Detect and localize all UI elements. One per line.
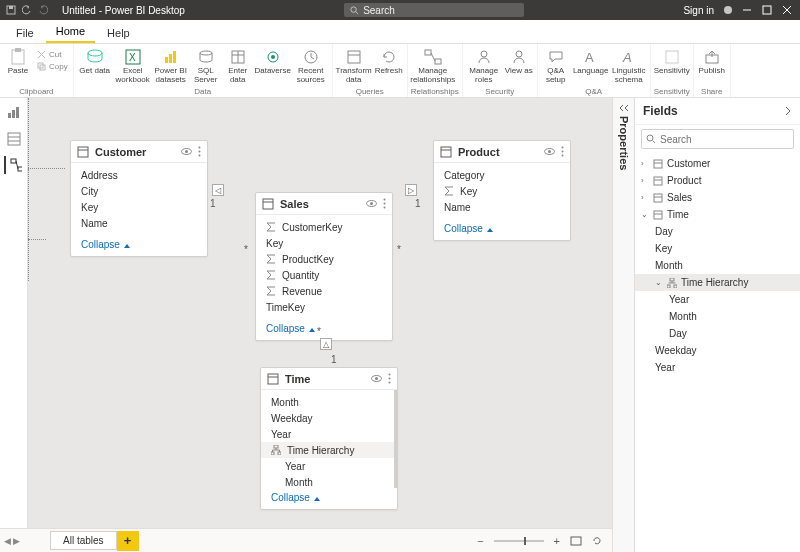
- zoom-slider[interactable]: [494, 540, 544, 542]
- visibility-icon[interactable]: [181, 146, 192, 157]
- tab-next[interactable]: ▶: [13, 536, 20, 546]
- field-th-month[interactable]: Month: [261, 474, 394, 488]
- relationship-endpoint[interactable]: △: [320, 338, 332, 350]
- fields-time-hierarchy[interactable]: ⌄Time Hierarchy: [635, 274, 800, 291]
- paste-button[interactable]: Paste: [3, 46, 33, 83]
- data-view-icon[interactable]: [5, 130, 23, 148]
- fields-time-key[interactable]: Key: [635, 240, 800, 257]
- model-canvas[interactable]: Customer Address City Key Name Collapse …: [28, 98, 612, 552]
- report-view-icon[interactable]: [5, 104, 23, 122]
- relationship-line[interactable]: [28, 240, 29, 281]
- visibility-icon[interactable]: [366, 198, 377, 209]
- manage-relationships-button[interactable]: Manage relationships: [411, 46, 455, 85]
- field-time-hierarchy[interactable]: Time Hierarchy: [261, 442, 394, 458]
- sql-server-button[interactable]: SQL Server: [191, 46, 221, 85]
- collapse-customer[interactable]: Collapse: [71, 235, 207, 256]
- field-address[interactable]: Address: [71, 167, 207, 183]
- relationship-line[interactable]: [28, 169, 29, 239]
- more-icon[interactable]: [388, 373, 391, 384]
- fields-sales[interactable]: ›Sales: [635, 189, 800, 206]
- field-key[interactable]: Key: [71, 199, 207, 215]
- field-city[interactable]: City: [71, 183, 207, 199]
- table-card-sales[interactable]: Sales CustomerKey Key ProductKey Quantit…: [255, 192, 393, 341]
- collapse-sales[interactable]: Collapse: [256, 319, 392, 340]
- more-icon[interactable]: [383, 198, 386, 209]
- tab-file[interactable]: File: [6, 23, 44, 43]
- field-quantity[interactable]: Quantity: [256, 267, 392, 283]
- field-weekday[interactable]: Weekday: [261, 410, 394, 426]
- visibility-icon[interactable]: [371, 373, 382, 384]
- visibility-icon[interactable]: [544, 146, 555, 157]
- field-timekey[interactable]: TimeKey: [256, 299, 392, 315]
- manage-roles-button[interactable]: Manage roles: [466, 46, 502, 85]
- tab-help[interactable]: Help: [97, 23, 140, 43]
- collapse-product[interactable]: Collapse: [434, 219, 570, 240]
- copy-button[interactable]: Copy: [37, 60, 68, 72]
- collapse-time[interactable]: Collapse: [261, 488, 397, 509]
- cut-button[interactable]: Cut: [37, 48, 68, 60]
- fields-th-year[interactable]: Year: [635, 291, 800, 308]
- more-icon[interactable]: [198, 146, 201, 157]
- dataverse-button[interactable]: Dataverse: [255, 46, 291, 83]
- undo-icon[interactable]: [22, 5, 32, 15]
- qna-setup-button[interactable]: Q&A setup: [541, 46, 571, 85]
- fields-time-month[interactable]: Month: [635, 257, 800, 274]
- field-month[interactable]: Month: [261, 394, 394, 410]
- layout-tab-all-tables[interactable]: All tables: [50, 531, 117, 550]
- user-avatar-icon[interactable]: [724, 6, 732, 14]
- recent-sources-button[interactable]: Recent sources: [293, 46, 329, 85]
- close-icon[interactable]: [782, 5, 792, 15]
- fields-time-weekday[interactable]: Weekday: [635, 342, 800, 359]
- relationship-line[interactable]: [28, 239, 46, 240]
- field-th-year[interactable]: Year: [261, 458, 394, 474]
- table-card-time[interactable]: Time Month Weekday Year Time Hierarchy Y…: [260, 367, 398, 510]
- get-data-button[interactable]: Get data: [77, 46, 113, 83]
- relationship-endpoint[interactable]: ◁: [212, 184, 224, 196]
- fields-customer[interactable]: ›Customer: [635, 155, 800, 172]
- table-card-customer[interactable]: Customer Address City Key Name Collapse: [70, 140, 208, 257]
- transform-data-button[interactable]: Transform data: [336, 46, 372, 85]
- view-as-button[interactable]: View as: [504, 46, 534, 83]
- chevron-right-icon[interactable]: [784, 106, 792, 116]
- tab-home[interactable]: Home: [46, 21, 95, 43]
- properties-panel-collapsed[interactable]: Properties: [612, 98, 634, 552]
- fields-time-year[interactable]: Year: [635, 359, 800, 376]
- fields-th-day[interactable]: Day: [635, 325, 800, 342]
- field-name[interactable]: Name: [434, 199, 570, 215]
- excel-button[interactable]: XExcel workbook: [115, 46, 151, 85]
- pbi-datasets-button[interactable]: Power BI datasets: [153, 46, 189, 85]
- search-box[interactable]: Search: [344, 3, 524, 17]
- field-category[interactable]: Category: [434, 167, 570, 183]
- field-key[interactable]: Key: [434, 183, 570, 199]
- signin-label[interactable]: Sign in: [683, 5, 714, 16]
- zoom-out-icon[interactable]: −: [477, 535, 483, 547]
- publish-button[interactable]: Publish: [697, 46, 727, 83]
- add-layout-button[interactable]: +: [117, 531, 139, 551]
- redo-icon[interactable]: [38, 5, 48, 15]
- relationship-line[interactable]: [28, 98, 29, 168]
- table-card-product[interactable]: Product Category Key Name Collapse: [433, 140, 571, 241]
- minimize-icon[interactable]: [742, 5, 752, 15]
- fields-time-day[interactable]: Day: [635, 223, 800, 240]
- refresh-view-icon[interactable]: [592, 536, 602, 546]
- model-view-icon[interactable]: [4, 156, 22, 174]
- language-button[interactable]: ALanguage: [573, 46, 609, 83]
- relationship-endpoint[interactable]: ▷: [405, 184, 417, 196]
- zoom-in-icon[interactable]: +: [554, 535, 560, 547]
- field-revenue[interactable]: Revenue: [256, 283, 392, 299]
- more-icon[interactable]: [561, 146, 564, 157]
- field-name[interactable]: Name: [71, 215, 207, 231]
- refresh-button[interactable]: Refresh: [374, 46, 404, 83]
- fields-search[interactable]: [641, 129, 794, 149]
- relationship-line[interactable]: [28, 168, 65, 169]
- fit-to-screen-icon[interactable]: [570, 536, 582, 546]
- field-key[interactable]: Key: [256, 235, 392, 251]
- fields-search-input[interactable]: [660, 134, 789, 145]
- maximize-icon[interactable]: [762, 5, 772, 15]
- save-icon[interactable]: [6, 5, 16, 15]
- fields-th-month[interactable]: Month: [635, 308, 800, 325]
- sensitivity-button[interactable]: Sensitivity: [654, 46, 690, 83]
- linguistic-schema-button[interactable]: ALinguistic schema: [611, 46, 647, 85]
- tab-prev[interactable]: ◀: [4, 536, 11, 546]
- fields-time[interactable]: ⌄Time: [635, 206, 800, 223]
